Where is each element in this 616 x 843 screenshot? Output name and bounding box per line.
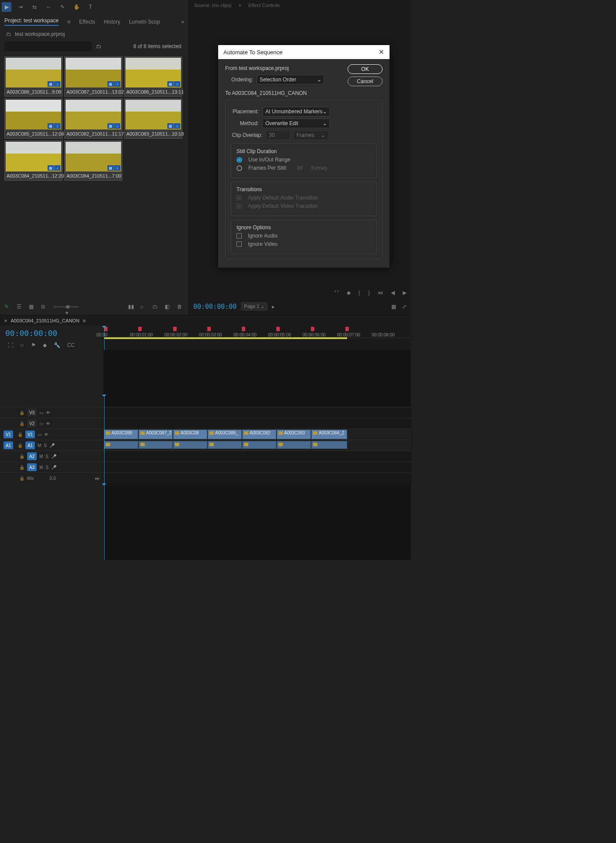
icon-view-icon[interactable]: ▦: [29, 304, 36, 311]
solo-icon[interactable]: S: [45, 465, 49, 470]
marker-icon[interactable]: [207, 327, 211, 331]
timeline-audio-clip[interactable]: [311, 441, 347, 449]
play-icon[interactable]: ▶: [403, 290, 407, 296]
timeline-timecode[interactable]: 00:00:00:00: [0, 326, 103, 340]
ripple-icon[interactable]: ⇆: [30, 2, 39, 12]
marker-icon[interactable]: [173, 327, 177, 331]
panel-menu-icon[interactable]: ≡: [67, 19, 70, 25]
clip-item[interactable]: ▦♪A003C085_210511...12:08: [4, 98, 63, 139]
new-item-icon[interactable]: ✎: [4, 304, 11, 311]
search-input[interactable]: [4, 42, 92, 51]
clip-item[interactable]: ▦♪A003C084_210511...12:20: [4, 140, 63, 181]
clip-item[interactable]: ▦♪A003C084_210511...7:00: [64, 140, 122, 181]
ordering-select[interactable]: Selection Order⌄: [257, 75, 324, 84]
step-fwd-icon[interactable]: ▸: [272, 304, 275, 310]
time-ruler[interactable]: :00:0000:00:01:0000:00:02:0000:00:03:000…: [103, 326, 411, 338]
radio-use-inout[interactable]: Use In/Out Range: [237, 157, 371, 163]
timeline-clip[interactable]: A003C082: [242, 430, 276, 439]
marker-icon[interactable]: [138, 327, 142, 331]
mark-in-icon[interactable]: ⸢⸣: [334, 290, 339, 296]
track-a3-header[interactable]: 🔒A3MS🎤: [0, 462, 103, 472]
solo-icon[interactable]: S: [45, 454, 49, 459]
lane-v3[interactable]: [103, 407, 411, 418]
playhead[interactable]: [104, 395, 104, 483]
mute-icon[interactable]: M: [39, 465, 43, 470]
chk-ignore-audio[interactable]: Ignore Audio: [237, 233, 371, 239]
marker-icon[interactable]: [276, 327, 280, 331]
step-back-icon[interactable]: ⏮: [378, 290, 383, 296]
timeline-audio-clip[interactable]: [104, 441, 138, 449]
overflow-icon[interactable]: »: [181, 19, 184, 25]
marker-icon[interactable]: [311, 327, 314, 331]
timeline-clip[interactable]: A003C083: [277, 430, 311, 439]
filter-bin-icon[interactable]: 🗀: [96, 43, 101, 49]
clip-item[interactable]: ▦♪A003C086_210511...13:11: [124, 56, 182, 97]
marker-icon[interactable]: ◆: [347, 290, 351, 296]
automate-icon[interactable]: ▮▮: [128, 304, 135, 311]
trash-icon[interactable]: 🗑: [177, 304, 184, 311]
hand-icon[interactable]: ✋: [72, 2, 81, 12]
freeform-view-icon[interactable]: ⧉: [41, 304, 48, 311]
insert-icon[interactable]: ◆: [43, 342, 47, 348]
clip-item[interactable]: ▦♪A003C082_210511...11:17: [64, 98, 122, 139]
toggle-output-icon[interactable]: ▭: [39, 421, 43, 426]
track-select-icon[interactable]: ⇥: [16, 2, 25, 12]
toggle-output-icon[interactable]: ▭: [38, 432, 42, 437]
linked-sel-icon[interactable]: ∩: [20, 342, 24, 348]
timeline-clip[interactable]: A003C084_2: [311, 430, 347, 439]
expand-icon[interactable]: ⏭: [95, 476, 100, 481]
lane-mix[interactable]: [103, 472, 411, 483]
lock-icon[interactable]: 🔒: [19, 421, 24, 426]
lane-a2[interactable]: [103, 451, 411, 462]
solo-icon[interactable]: S: [44, 443, 47, 448]
tab-project[interactable]: Project: test workspace: [4, 17, 59, 26]
tab-effects[interactable]: Effects: [79, 19, 95, 25]
timeline-audio-clip[interactable]: [173, 441, 207, 449]
razor-icon[interactable]: ✎: [58, 2, 67, 12]
new-bin-icon[interactable]: 🗀: [153, 304, 160, 311]
eye-icon[interactable]: 👁: [44, 432, 49, 437]
timeline-audio-clip[interactable]: [242, 441, 276, 449]
tab-history[interactable]: History: [104, 19, 120, 25]
timeline-clip[interactable]: A003C085_: [208, 430, 242, 439]
playhead[interactable]: [104, 326, 104, 350]
tab-source[interactable]: Source: (no clips): [194, 3, 232, 8]
type-icon[interactable]: T: [86, 2, 95, 12]
go-in-icon[interactable]: {: [358, 290, 360, 296]
list-view-icon[interactable]: ☰: [17, 304, 24, 311]
label-icon[interactable]: ◧: [165, 304, 172, 311]
track-mix-header[interactable]: 🔒Mix0.0⏭: [0, 472, 103, 483]
timeline-audio-clip[interactable]: [277, 441, 311, 449]
source-a1[interactable]: A1: [3, 441, 13, 449]
ok-button[interactable]: OK: [348, 64, 383, 74]
chk-ignore-video[interactable]: Ignore Video: [237, 241, 371, 247]
settings-icon[interactable]: ▦: [391, 304, 396, 310]
go-out-icon[interactable]: }: [368, 290, 370, 296]
playhead[interactable]: [104, 483, 104, 560]
track-a2-header[interactable]: 🔒A2MS🎤: [0, 451, 103, 462]
lane-v1[interactable]: A003C088A003C087_2A003C08A003C085_A003C0…: [103, 429, 411, 440]
radio-frames-per-still[interactable]: Frames Per Still: 99 frames: [237, 165, 371, 171]
marker-icon[interactable]: [242, 327, 245, 331]
lane-a1[interactable]: [103, 440, 411, 451]
timeline-clip[interactable]: A003C08: [173, 430, 207, 439]
work-area-bar[interactable]: [104, 337, 347, 339]
lock-icon[interactable]: 🔒: [19, 410, 24, 415]
snap-icon[interactable]: ⛶: [8, 342, 13, 348]
wrench-icon[interactable]: 🔧: [54, 342, 60, 348]
marker-add-icon[interactable]: ⚑: [31, 342, 36, 348]
clip-item[interactable]: ▦♪A003C088_210511...9:09: [4, 56, 63, 97]
expand-icon[interactable]: ⤢: [402, 304, 407, 310]
lock-icon[interactable]: 🔒: [19, 454, 24, 459]
sort-icon[interactable]: ≣ ▾: [66, 304, 73, 311]
lock-icon[interactable]: 🔒: [19, 476, 24, 481]
mute-icon[interactable]: M: [38, 443, 41, 448]
voice-icon[interactable]: 🎤: [49, 443, 55, 448]
mute-icon[interactable]: M: [39, 454, 43, 459]
clip-item[interactable]: ▦♪A003C087_210511...13:02: [64, 56, 122, 97]
timeline-audio-clip[interactable]: [139, 441, 173, 449]
clip-item[interactable]: ▦♪A003C083_210511...10:18: [124, 98, 182, 139]
timeline-audio-clip[interactable]: [208, 441, 242, 449]
method-select[interactable]: Overwrite Edit⌄: [262, 119, 330, 128]
zoom-slider[interactable]: ○──────: [53, 304, 60, 311]
